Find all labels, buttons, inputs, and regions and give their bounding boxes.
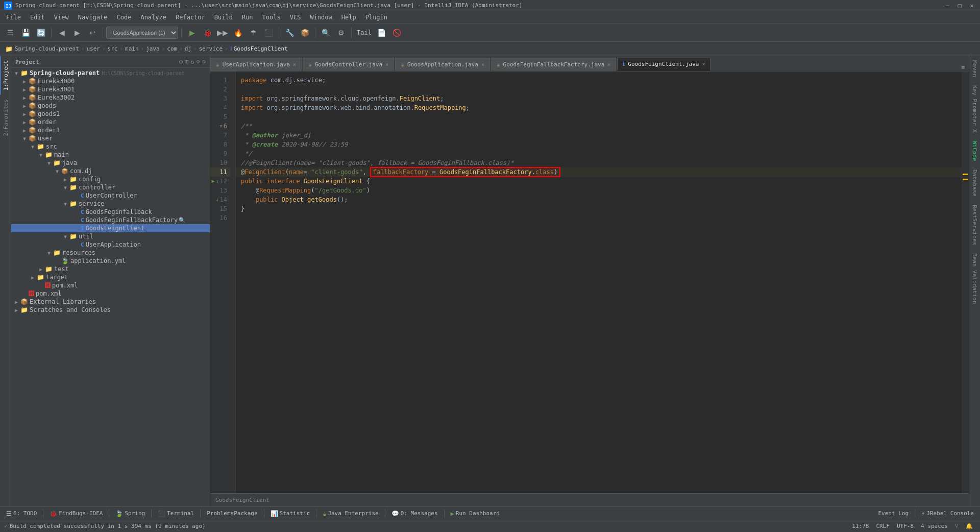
- toolbar-prev-btn[interactable]: ↩: [85, 26, 100, 40]
- tree-item-userapplication[interactable]: ▶ C UserApplication: [11, 240, 210, 249]
- bottom-btn-run-dashboard[interactable]: ▶ Run Dashboard: [447, 509, 504, 518]
- bc-src[interactable]: src: [108, 45, 118, 52]
- right-tab-maven[interactable]: Maven: [970, 56, 979, 81]
- left-tab-favorites[interactable]: 2:Favorites: [0, 95, 11, 140]
- bottom-btn-messages[interactable]: 💬 0: Messages: [387, 509, 442, 518]
- bottom-btn-terminal[interactable]: ⬛ Terminal: [154, 509, 198, 518]
- collapse-all-icon[interactable]: ⊖: [202, 58, 206, 65]
- code-content[interactable]: package com.dj.service; import org.sprin…: [236, 71, 962, 493]
- debug-icon-12[interactable]: ↓: [216, 177, 219, 186]
- bottom-btn-statistic[interactable]: 📊 Statistic: [266, 509, 314, 518]
- right-tab-database[interactable]: Database: [970, 165, 979, 201]
- bc-goodsfeignclient[interactable]: ℹ GoodsFeignClient: [230, 45, 288, 52]
- toolbar-search-btn[interactable]: 🔍: [318, 26, 333, 40]
- right-tab-beanvalidation[interactable]: Bean Validation: [970, 249, 979, 308]
- bottom-btn-todo[interactable]: ☰ 6: TODO: [2, 509, 41, 518]
- run-icon-12[interactable]: ▶: [211, 177, 214, 186]
- status-line-ending[interactable]: CRLF: [873, 523, 893, 529]
- status-notifications[interactable]: 🔔: [963, 523, 976, 529]
- menu-build[interactable]: Build: [210, 13, 237, 22]
- tree-item-goods[interactable]: ▶ 📦 goods: [11, 102, 210, 110]
- status-indent[interactable]: 4 spaces: [918, 523, 951, 529]
- tree-item-scratches[interactable]: ▶ 📁 Scratches and Consoles: [11, 306, 210, 314]
- menu-code[interactable]: Code: [113, 13, 136, 22]
- bottom-btn-java-enterprise[interactable]: ☕ Java Enterprise: [318, 509, 383, 518]
- layout-icon[interactable]: ⊞: [185, 58, 188, 65]
- sync-icon[interactable]: ↻: [190, 58, 194, 65]
- right-tab-keypromoter[interactable]: Key Promoter X: [970, 81, 979, 137]
- tree-item-applicationyml[interactable]: ▶ 🍃 application.yml: [11, 257, 210, 265]
- toolbar-sync-btn[interactable]: 🔄: [34, 26, 48, 40]
- tree-item-eureka3002[interactable]: ▶ 📦 Eureka3002: [11, 93, 210, 102]
- tree-item-config[interactable]: ▶ 📁 config: [11, 175, 210, 183]
- expand-icon[interactable]: ⊕: [197, 58, 200, 65]
- menu-window[interactable]: Window: [306, 13, 336, 22]
- tree-item-order[interactable]: ▶ 📦 order: [11, 118, 210, 126]
- fold-icon-6[interactable]: ▼: [219, 122, 222, 131]
- toolbar-menu-btn[interactable]: ☰: [3, 26, 17, 40]
- run-config-dropdown[interactable]: GoodsApplication (1): [106, 27, 178, 39]
- menu-tools[interactable]: Tools: [258, 13, 285, 22]
- toolbar-settings-btn[interactable]: ⚙: [334, 26, 348, 40]
- tab-userapplication[interactable]: ☕ UserApplication.java ×: [210, 58, 302, 71]
- scrollbar-right[interactable]: [962, 71, 969, 493]
- menu-navigate[interactable]: Navigate: [74, 13, 112, 22]
- tree-item-comdj[interactable]: ▼ 📦 com.dj: [11, 167, 210, 175]
- bottom-btn-event-log[interactable]: Event Log: [874, 509, 913, 518]
- menu-vcs[interactable]: VCS: [286, 13, 305, 22]
- tab-goodscontroller[interactable]: ☕ GoodsController.java ×: [303, 58, 394, 71]
- toolbar-forward-btn[interactable]: ▶: [70, 26, 84, 40]
- bc-user[interactable]: user: [86, 45, 100, 52]
- tree-item-root[interactable]: ▼ 📁 Spring-cloud-parent H:\CSDN\Spring-c…: [11, 69, 210, 77]
- menu-refactor[interactable]: Refactor: [172, 13, 209, 22]
- status-encoding[interactable]: UTF-8: [894, 523, 917, 529]
- menu-view[interactable]: View: [50, 13, 73, 22]
- bc-main[interactable]: main: [125, 45, 139, 52]
- minimize-btn[interactable]: −: [943, 2, 951, 9]
- menu-analyze[interactable]: Analyze: [136, 13, 170, 22]
- tree-item-order1[interactable]: ▶ 📦 order1: [11, 126, 210, 134]
- toolbar-run-btn[interactable]: ▶: [185, 26, 199, 40]
- menu-edit[interactable]: Edit: [26, 13, 49, 22]
- bottom-btn-maven-plugin[interactable]: ProblemsPackage: [203, 509, 261, 518]
- tree-item-service[interactable]: ▼ 📁 service: [11, 200, 210, 208]
- toolbar-back-btn[interactable]: ◀: [55, 26, 69, 40]
- bc-service[interactable]: service: [199, 45, 223, 52]
- tree-item-test[interactable]: ▶ 📁 test: [11, 265, 210, 273]
- bc-dj[interactable]: dj: [185, 45, 191, 52]
- maximize-btn[interactable]: □: [955, 2, 964, 9]
- tree-item-goods1[interactable]: ▶ 📦 goods1: [11, 110, 210, 118]
- tree-item-external-libs[interactable]: ▶ 📦 External Libraries: [11, 298, 210, 306]
- bottom-btn-spring[interactable]: 🍃 Spring: [111, 509, 149, 518]
- tree-item-java[interactable]: ▼ 📁 java: [11, 159, 210, 167]
- bc-java[interactable]: java: [146, 45, 160, 52]
- toolbar-tail-btn[interactable]: 📄: [375, 26, 389, 40]
- toolbar-run2-btn[interactable]: ▶▶: [215, 26, 230, 40]
- tree-item-user[interactable]: ▼ 📦 user: [11, 134, 210, 142]
- tree-item-eureka3000[interactable]: ▶ 📦 Eureka3000: [11, 77, 210, 85]
- run-icon-14[interactable]: ↓: [216, 195, 219, 204]
- menu-file[interactable]: File: [2, 13, 25, 22]
- toolbar-debug-btn[interactable]: 🐞: [200, 26, 214, 40]
- status-git[interactable]: ⑂: [952, 523, 962, 529]
- toolbar-profile-btn[interactable]: 🔥: [231, 26, 245, 40]
- toolbar-save-btn[interactable]: 💾: [18, 26, 33, 40]
- tree-item-goodsfeginfallbackfactory[interactable]: ▶ C GoodsFeginFallbackFactory 🔍: [11, 216, 210, 224]
- tab-close-gc[interactable]: ×: [385, 62, 388, 67]
- tree-item-goodsfeignclient[interactable]: ▶ I GoodsFeignClient: [11, 224, 210, 232]
- toolbar-tail2-btn[interactable]: 🚫: [390, 26, 404, 40]
- tree-item-pomxml-root[interactable]: ▶ 🅼 pom.xml: [11, 289, 210, 298]
- toolbar-coverage-btn[interactable]: ☂: [246, 26, 260, 40]
- toolbar-ant-btn[interactable]: 🔧: [282, 26, 297, 40]
- toolbar-artifacts-btn[interactable]: 📦: [298, 26, 312, 40]
- tree-item-src[interactable]: ▼ 📁 src: [11, 142, 210, 151]
- menu-plugin[interactable]: Plugin: [361, 13, 391, 22]
- tree-item-main[interactable]: ▼ 📁 main: [11, 151, 210, 159]
- bottom-btn-jrebel[interactable]: ⚡ JRebel Console: [917, 509, 978, 518]
- bc-com[interactable]: com: [167, 45, 177, 52]
- tree-item-usercontroller[interactable]: ▶ C UserController: [11, 191, 210, 200]
- tree-item-resources[interactable]: ▼ 📁 resources: [11, 249, 210, 257]
- tree-item-eureka3001[interactable]: ▶ 📦 Eureka3001: [11, 85, 210, 93]
- tree-item-controller[interactable]: ▼ 📁 controller: [11, 183, 210, 191]
- tab-close-ua[interactable]: ×: [293, 62, 296, 67]
